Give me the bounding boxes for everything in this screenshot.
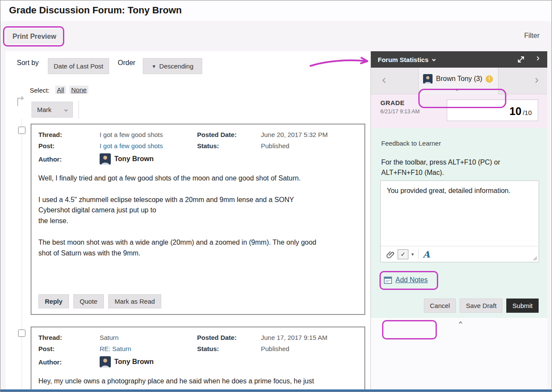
posted-date-value: June 20, 2017 5:32 PM <box>261 131 358 138</box>
chevron-down-icon <box>432 58 435 61</box>
spellcheck-dropdown-icon[interactable]: ▾ <box>411 252 414 257</box>
student-row: Brown Tony (3) ! <box>423 74 493 84</box>
sort-by-button[interactable]: Date of Last Post <box>48 58 109 74</box>
next-student-arrow[interactable]: › <box>535 73 539 87</box>
post-meta: Thread: I got a few good shots Posted Da… <box>31 124 364 165</box>
thread-label: Thread: <box>38 334 100 341</box>
student-navigation: ‹ Brown Tony (3) ! › <box>371 68 547 94</box>
panel-collapse-arrow[interactable]: › <box>536 53 539 64</box>
toolbar-divider <box>78 101 79 118</box>
mark-as-read-button[interactable]: Mark as Read <box>108 294 161 308</box>
student-avatar <box>423 74 433 84</box>
grade-input[interactable]: 10 /10 <box>447 100 538 121</box>
submit-button[interactable]: Submit <box>506 299 539 313</box>
indent-arrow-icon <box>15 95 26 106</box>
avatar <box>100 153 111 165</box>
author-name: Tony Brown <box>114 155 154 163</box>
grade-date: 6/21/17 9:13 AM <box>380 109 420 115</box>
status-label: Status: <box>197 142 261 149</box>
feedback-label: Feedback to Learner <box>381 140 441 147</box>
select-none-link[interactable]: None <box>69 86 88 94</box>
expand-icon[interactable] <box>517 56 525 63</box>
author-label: Author: <box>38 358 100 366</box>
post-card: Thread: I got a few good shots Posted Da… <box>31 124 365 315</box>
author-label: Author: <box>38 156 100 163</box>
select-label: Select: <box>30 87 50 94</box>
author-cell: Tony Brown <box>100 153 197 165</box>
current-student-tab[interactable]: Brown Tony (3) ! <box>418 68 499 94</box>
post-body: Well, I finally tried and got a few good… <box>31 173 364 258</box>
thread-label: Thread: <box>38 131 100 138</box>
check-glyph: ✓ <box>401 251 406 258</box>
grading-actions: Cancel Save Draft Submit <box>424 299 539 313</box>
notes-icon <box>384 277 392 284</box>
feedback-editor: You provided great, detailed information… <box>380 180 539 262</box>
status-label: Status: <box>197 345 261 352</box>
thread-value: Saturn <box>100 334 197 341</box>
resize-handle[interactable] <box>532 255 537 261</box>
save-draft-button[interactable]: Save Draft <box>460 299 502 313</box>
post1-checkbox[interactable] <box>18 127 25 134</box>
needs-grading-icon: ! <box>486 75 493 83</box>
post-link[interactable]: I got a few good shots <box>100 142 197 149</box>
order-value: Descending <box>159 62 193 70</box>
post2-checkbox[interactable] <box>18 330 25 337</box>
student-name: Brown Tony (3) <box>436 75 482 83</box>
posted-date-label: Posted Date: <box>197 131 261 138</box>
panel-header: Forum Statistics › <box>371 51 547 68</box>
post-meta: Thread: Saturn Posted Date: June 17, 201… <box>31 327 364 367</box>
avatar <box>100 356 111 367</box>
title-bar: Grade Discussion Forum: Tony Brown <box>0 0 552 21</box>
add-notes-row: Add Notes <box>384 276 428 284</box>
post-link[interactable]: RE: Saturn <box>100 345 197 352</box>
collapse-section-caret[interactable] <box>458 321 462 325</box>
spellcheck-icon[interactable]: ✓ <box>398 249 408 259</box>
post-body: Hey, my uncle owns a photography place a… <box>31 376 364 387</box>
feedback-section: Feedback to Learner For the toolbar, pre… <box>371 128 547 318</box>
posted-date-label: Posted Date: <box>197 334 261 341</box>
paperclip-icon[interactable] <box>386 250 395 258</box>
mark-label: Mark <box>37 106 51 113</box>
text-editor-icon[interactable]: A <box>423 249 430 260</box>
exclamation-glyph: ! <box>489 76 490 82</box>
post-label: Post: <box>38 142 100 149</box>
bottom-divider <box>0 389 552 392</box>
page-title: Grade Discussion Forum: Tony Brown <box>9 5 182 16</box>
post-actions: Reply Quote Mark as Read <box>38 294 161 308</box>
add-notes-link[interactable]: Add Notes <box>395 276 428 284</box>
selection-rail <box>22 119 22 389</box>
order-button[interactable]: ▼ Descending <box>143 58 202 74</box>
order-label: Order <box>118 59 135 67</box>
highlight-editor-tools <box>382 320 437 339</box>
thread-value: I got a few good shots <box>100 131 197 138</box>
toolbar-divider <box>418 249 419 259</box>
select-all-link[interactable]: All <box>55 86 66 94</box>
print-preview-button[interactable]: Print Preview <box>6 29 62 44</box>
mark-button[interactable]: Mark <box>31 102 73 118</box>
grade-value: 10 <box>509 105 521 118</box>
feedback-text-area[interactable]: You provided great, detailed information… <box>381 181 539 246</box>
page: Grade Discussion Forum: Tony Brown Print… <box>0 0 552 392</box>
toolbar-hint: For the toolbar, press ALT+F10 (PC) or A… <box>381 157 524 178</box>
forum-statistics-toggle[interactable]: Forum Statistics <box>378 56 435 63</box>
editor-toolbar: ✓ ▾ A <box>381 246 539 262</box>
author-cell: Tony Brown <box>100 356 197 367</box>
quote-button[interactable]: Quote <box>73 294 104 308</box>
sort-by-label: Sort by <box>17 59 39 67</box>
grade-section: GRADE 6/21/17 9:13 AM 10 /10 <box>371 94 547 128</box>
reply-button[interactable]: Reply <box>38 294 69 308</box>
status-value: Published <box>261 142 358 149</box>
author-name: Tony Brown <box>114 358 154 366</box>
grading-panel: Forum Statistics › ‹ Brown Tony ( <box>370 51 547 390</box>
posted-date-value: June 17, 2017 9:15 AM <box>261 334 358 341</box>
filter-button[interactable]: Filter <box>524 32 539 40</box>
post-card: Thread: Saturn Posted Date: June 17, 201… <box>31 327 365 392</box>
grade-max: /10 <box>523 109 532 116</box>
post-label: Post: <box>38 345 100 352</box>
chevron-down-icon <box>455 87 459 91</box>
status-value: Published <box>261 345 358 352</box>
descending-triangle-icon: ▼ <box>151 64 156 69</box>
panel-title-text: Forum Statistics <box>378 56 429 63</box>
cancel-button[interactable]: Cancel <box>424 299 456 313</box>
previous-student-arrow[interactable]: ‹ <box>382 73 386 87</box>
